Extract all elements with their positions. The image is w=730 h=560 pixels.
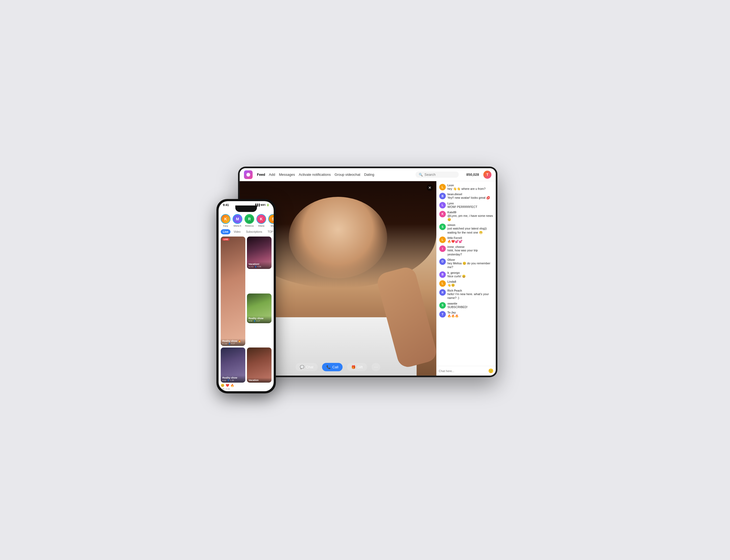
avatar: L: [439, 202, 446, 208]
story-avatar: K: [221, 214, 230, 224]
username: little Ferrell: [448, 237, 463, 239]
tab-subscriptions[interactable]: Subscriptions: [244, 229, 264, 234]
phone-emoji-row: 😊 ❤️ 🔥: [218, 383, 274, 388]
emoji-display: 😊: [221, 384, 224, 387]
likes-count: ♥ 68: [248, 320, 252, 322]
card-label: Reality show ♥ 68 👤 3.1T: [247, 316, 271, 323]
message-text: Nice curls! 😄: [448, 274, 466, 278]
emoji-button[interactable]: 🙂: [488, 368, 494, 373]
message-text: just watched your latest vlog)) waiting …: [448, 227, 493, 234]
nav-add[interactable]: Add: [269, 173, 275, 177]
chat-message: K Kate89 @Lynn, pm me, i have some news …: [439, 211, 493, 222]
views-count: 👤 4.1T: [228, 343, 235, 345]
message-text: hey Melisa 😊 do you remember me?: [448, 261, 493, 269]
card-label: Vacation! ♥ 270 👤 4.5K: [247, 262, 271, 269]
story-name: Kacy: [223, 225, 228, 227]
chat-input-field[interactable]: [439, 369, 487, 373]
call-label: Call: [332, 365, 338, 369]
message-text: 👋😊: [448, 283, 456, 287]
chat-message: R Rich Peach hello! I'm new here. what's…: [439, 289, 493, 300]
chat-message: B bean.diesel Yey!! new avatar! looks gr…: [439, 193, 493, 200]
message-body: little Ferrell 🔥❤️💕💕: [448, 237, 463, 243]
message-text: hey 👋👋 where are u from?: [448, 187, 486, 191]
search-input[interactable]: [425, 173, 456, 177]
stream-card[interactable]: Reality show 🔥 ♥ 144 👤 4.1T LIVE: [221, 237, 245, 346]
chat-message: O Oliver hey Melisa 😊 do you remember me…: [439, 258, 493, 269]
nav-dating[interactable]: Dating: [364, 173, 375, 177]
tab-live[interactable]: Live: [221, 229, 230, 234]
more-button[interactable]: ⋯: [372, 363, 381, 371]
chat-label: Chat: [306, 365, 313, 369]
story-item[interactable]: K Kacy: [221, 214, 230, 227]
card-title: Vacation: [248, 379, 270, 382]
username: Oliver: [448, 258, 493, 261]
avatar: T: [439, 311, 446, 318]
nav-messages[interactable]: Messages: [279, 173, 295, 177]
close-button[interactable]: ✕: [427, 184, 433, 191]
search-bar[interactable]: 🔍: [416, 171, 459, 178]
tablet-device: Feed Add Messages Activate notifications…: [238, 167, 497, 377]
username: Kate89: [448, 211, 493, 214]
story-name: Silvia: [270, 225, 274, 227]
story-item[interactable]: R Rebecca: [244, 214, 254, 227]
gift-icon: 🎁: [351, 365, 355, 369]
message-text: WOW! PERRRRFECT: [448, 205, 478, 209]
more-icon: ⋯: [374, 365, 378, 369]
chat-message: L Lynn WOW! PERRRRFECT: [439, 202, 493, 209]
stories-row: K Kacy M Misha K R Rebecca: [218, 212, 274, 229]
chat-message: I irene_cheese hiiiiii, how was your tri…: [439, 245, 493, 256]
user-avatar[interactable]: T: [483, 171, 492, 179]
avatar: B: [439, 271, 446, 278]
nav-notifications[interactable]: Activate notifications: [299, 173, 331, 177]
stream-card[interactable]: Reality show ♥ 88 👤 1.2K: [221, 348, 245, 383]
message-body: Te-Jay 🔥🔥🔥: [448, 311, 459, 318]
gift-button[interactable]: 🎁 Gift: [347, 363, 367, 371]
story-item[interactable]: M Misha K: [233, 214, 242, 227]
search-icon: 🔍: [419, 173, 423, 177]
phone-card-grid: Reality show 🔥 ♥ 144 👤 4.1T LIVE Vacatio…: [218, 237, 274, 346]
phone-notch: [235, 205, 257, 212]
likes-count: ♥ 144: [222, 343, 227, 345]
stream-card[interactable]: Reality show ♥ 68 👤 3.1T: [247, 294, 271, 323]
story-item[interactable]: K Kitana: [256, 214, 266, 227]
likes-count: ♥ 88: [222, 380, 226, 382]
card-label: Reality show 🔥 ♥ 144 👤 4.1T: [221, 339, 245, 346]
username: simon: [448, 224, 493, 227]
avatar: R: [439, 289, 446, 296]
emoji-display: ❤️: [225, 384, 229, 387]
story-name: Kitana: [258, 225, 264, 227]
message-body: Kate89 @Lynn, pm me, i have some news 😊: [448, 211, 493, 222]
card-label: Reality show ♥ 88 👤 1.2K: [221, 375, 245, 383]
nav-feed[interactable]: Feed: [257, 173, 265, 177]
message-text: SUBSCRIBED!: [448, 305, 468, 309]
tab-top[interactable]: TOP: [265, 229, 274, 234]
battery-icon: 🔋: [266, 204, 269, 206]
tablet-screen: Feed Add Messages Activate notifications…: [240, 168, 496, 376]
phone-device: 9:41 ▐▐▐ WiFi 🔋 K Kacy: [216, 199, 276, 393]
message-text: 🔥❤️💕💕: [448, 239, 463, 243]
live-badge: LIVE: [222, 238, 229, 241]
stream-card[interactable]: Vacation: [247, 348, 271, 383]
call-icon: 📞: [326, 365, 331, 369]
avatar: S: [439, 224, 446, 230]
tab-video[interactable]: Video: [231, 229, 243, 234]
chat-message: B b_georgo Nice curls! 😄: [439, 271, 493, 278]
coins-count: 850,028: [466, 173, 479, 177]
emoji-display: 🔥: [230, 384, 234, 387]
message-text: @Lynn, pm me, i have some news 😊: [448, 214, 493, 222]
username: Lynn: [448, 202, 478, 205]
stream-card[interactable]: Vacation! ♥ 270 👤 4.5K: [247, 237, 271, 269]
chat-button[interactable]: 💬 Chat: [295, 363, 317, 371]
nav-videochat[interactable]: Group videochat: [334, 173, 360, 177]
username: swantie: [448, 302, 468, 305]
avatar: K: [439, 211, 446, 217]
message-body: Lynn WOW! PERRRRFECT: [448, 202, 478, 209]
message-body: Oliver hey Melisa 😊 do you remember me?: [448, 258, 493, 269]
likes-count: ♥ 270: [248, 266, 253, 268]
call-button[interactable]: 📞 Call: [322, 363, 342, 371]
chat-message: L Leon hey 👋👋 where are u from?: [439, 184, 493, 191]
message-body: Leon hey 👋👋 where are u from?: [448, 184, 486, 191]
story-item[interactable]: S Silvia: [268, 214, 274, 227]
chat-input-area: 🙂: [437, 366, 496, 376]
views-count: 👤 4.5K: [254, 266, 261, 268]
